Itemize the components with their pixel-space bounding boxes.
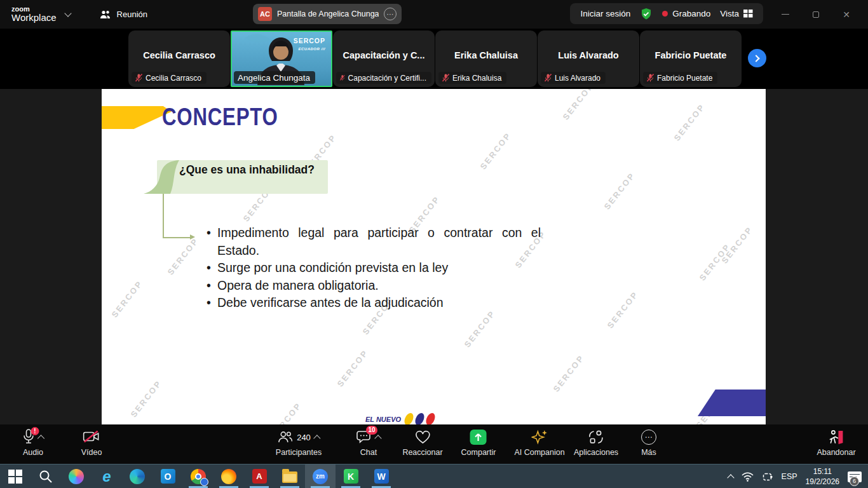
- presentation-slide: SERCOP SERCOP SERCOP SERCOP SERCOP SERCO…: [102, 89, 766, 424]
- mic-muted-icon: [545, 74, 552, 82]
- search-icon: [39, 470, 53, 484]
- ecuador-logo-text: ECUADOR ///: [294, 46, 325, 52]
- sercop-footer-logo: EL NUEVO SERCOP: [365, 413, 569, 424]
- more-button[interactable]: ⋯ Más: [641, 429, 656, 457]
- apps-button[interactable]: Aplicaciones: [574, 429, 618, 457]
- taskbar-copilot[interactable]: [61, 464, 92, 488]
- avatar: AC: [258, 7, 272, 21]
- leave-label: Abandonar: [817, 448, 855, 457]
- meeting-toolbar: ! Audio Vídeo 240 Participantes 10: [0, 424, 868, 464]
- sercop-watermark-text: SERCOP: [294, 36, 325, 46]
- bullet-item: Surge por una condición prevista en la l…: [205, 259, 541, 277]
- video-tile-capacitacion[interactable]: Capacitación y C... Capacitación y Certi…: [333, 30, 435, 87]
- participants-count: 240: [297, 433, 311, 442]
- audio-button[interactable]: ! Audio: [23, 429, 44, 457]
- share-screen-icon: [470, 430, 487, 445]
- close-button[interactable]: ✕: [831, 0, 862, 29]
- taskbar-k-app[interactable]: K: [336, 464, 366, 488]
- k-app-icon: K: [344, 469, 358, 484]
- acrobat-icon: A: [252, 469, 267, 484]
- react-button[interactable]: Reaccionar: [402, 429, 442, 457]
- chat-button[interactable]: 10 Chat: [356, 429, 381, 457]
- video-tile-luis[interactable]: Luis Alvarado Luis Alvarado: [538, 30, 639, 87]
- taskbar-zoom[interactable]: zm: [305, 464, 336, 488]
- share-button[interactable]: Compartir: [461, 429, 496, 457]
- recording-indicator[interactable]: Grabando: [662, 9, 710, 18]
- chat-chevron-icon[interactable]: [374, 435, 381, 442]
- taskbar-file-explorer[interactable]: [275, 464, 305, 488]
- outlook-icon: O: [161, 469, 175, 484]
- video-tile-erika[interactable]: Erika Chaluisa Erika Chaluisa: [435, 30, 537, 87]
- participants-label: Participantes: [276, 448, 322, 457]
- zoom-title-bar: zoom Workplace Reunión AC Pantalla de An…: [0, 0, 868, 29]
- wifi-icon[interactable]: [742, 472, 754, 482]
- audio-options-chevron-icon[interactable]: [37, 435, 44, 442]
- video-button[interactable]: Vídeo: [81, 429, 102, 457]
- tile-label-text: Luis Alvarado: [555, 74, 600, 83]
- slide-corner-shape: [698, 390, 766, 416]
- maximize-button[interactable]: [801, 0, 831, 29]
- windows-logo-icon: [8, 470, 22, 484]
- view-grid-icon: [743, 10, 753, 18]
- leave-button[interactable]: Abandonar: [817, 429, 855, 457]
- language-indicator[interactable]: ESP: [782, 472, 797, 481]
- participants-button[interactable]: 240 Participantes: [276, 429, 322, 457]
- tile-label: Erika Chaluisa: [438, 72, 506, 84]
- tile-label: Capacitación y Certifi...: [336, 72, 431, 84]
- stripe-red: [424, 413, 437, 424]
- edge-icon: [130, 469, 145, 484]
- video-tile-fabricio[interactable]: Fabricio Puetate Fabricio Puetate: [640, 30, 742, 87]
- chevron-down-icon[interactable]: [64, 10, 71, 17]
- notifications-button[interactable]: 6: [848, 471, 862, 482]
- logo-line2: Workplace: [11, 13, 57, 23]
- chevron-right-icon: [752, 55, 759, 62]
- tray-expand-button[interactable]: [728, 475, 733, 478]
- recording-label: Grabando: [672, 9, 710, 18]
- ai-sparkle-icon: [531, 430, 548, 445]
- file-explorer-icon: [282, 471, 297, 483]
- start-button[interactable]: [0, 464, 31, 488]
- view-button[interactable]: Vista: [720, 9, 753, 18]
- watermark: SERCOP: [672, 102, 707, 142]
- video-label: Vídeo: [81, 448, 102, 457]
- tab-meeting[interactable]: Reunión: [100, 10, 147, 19]
- chat-label: Chat: [360, 448, 377, 457]
- mic-muted-icon: [135, 74, 142, 82]
- participants-chevron-icon[interactable]: [313, 435, 320, 442]
- tile-label-text: Capacitación y Certifi...: [348, 74, 426, 83]
- watermark: SERCOP: [478, 130, 513, 171]
- watermark: SERCOP: [336, 348, 370, 388]
- taskbar-internet-explorer[interactable]: e: [92, 464, 122, 488]
- video-tile-cecilia[interactable]: Cecilia Carrasco Cecilia Carrasco: [128, 30, 230, 87]
- taskbar-word[interactable]: W: [366, 464, 397, 488]
- camera-indicator-icon[interactable]: [762, 472, 773, 482]
- footer-brand: SERCOP: [442, 420, 531, 424]
- more-options-icon[interactable]: ⋯: [384, 8, 397, 20]
- chat-unread-badge: 10: [366, 426, 377, 435]
- tile-name: Fabricio Puetate: [640, 50, 742, 60]
- tile-name: Erika Chaluisa: [435, 50, 537, 60]
- taskbar-clock[interactable]: 15:11 19/2/2026: [806, 466, 839, 487]
- next-participants-button[interactable]: [748, 49, 766, 67]
- zoom-app-icon: zm: [313, 469, 328, 484]
- stripe-yellow: [403, 413, 415, 424]
- view-label: Vista: [720, 9, 739, 18]
- taskbar-chrome[interactable]: [183, 464, 214, 488]
- taskbar-outlook[interactable]: O: [153, 464, 183, 488]
- taskbar-acrobat[interactable]: A: [244, 464, 275, 488]
- taskbar-search[interactable]: [31, 464, 61, 488]
- taskbar-edge[interactable]: [122, 464, 153, 488]
- taskbar-firefox[interactable]: [214, 464, 244, 488]
- participant-tiles: Cecilia Carrasco Cecilia Carrasco SERCOP…: [128, 30, 742, 87]
- video-tile-angelica[interactable]: SERCOP ECUADOR /// Angelica Chungata: [231, 30, 332, 87]
- video-strip: Cecilia Carrasco Cecilia Carrasco SERCOP…: [0, 29, 868, 89]
- shared-screen-area: SERCOP SERCOP SERCOP SERCOP SERCOP SERCO…: [0, 89, 868, 424]
- video-brand-overlay: SERCOP ECUADOR ///: [294, 36, 325, 52]
- connector-line: [163, 237, 191, 238]
- tile-label: Luis Alvarado: [541, 72, 606, 84]
- meeting-title-pill[interactable]: AC Pantalla de Angelica Chungata ⋯: [253, 4, 402, 24]
- sign-in-button[interactable]: Iniciar sesión: [580, 9, 630, 18]
- watermark: SERCOP: [602, 170, 637, 211]
- minimize-button[interactable]: [770, 0, 801, 29]
- ai-companion-button[interactable]: AI Companion: [514, 429, 564, 457]
